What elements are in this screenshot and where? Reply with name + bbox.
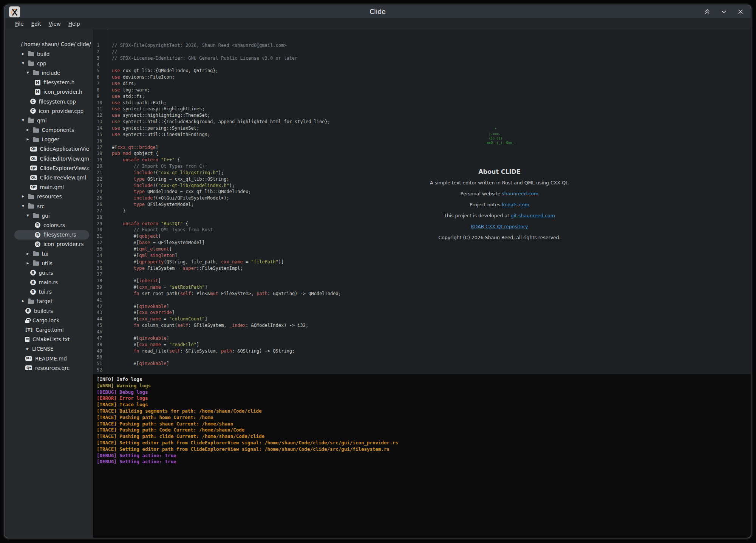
- code-line[interactable]: 39 #[cxx_name = "setRootPath"]: [93, 284, 751, 291]
- code-line[interactable]: 38 #[inherit]: [93, 278, 751, 284]
- code-line-text[interactable]: use log::warn;: [107, 87, 150, 93]
- code-line-text[interactable]: type QModelIndex = cxx_qt_lib::QModelInd…: [107, 189, 251, 195]
- code-line[interactable]: 35 #[qproperty(QString, file_path, cxx_n…: [93, 259, 751, 265]
- code-line-text[interactable]: #[cxx_qt::bridge]: [107, 144, 158, 151]
- tree-item-README.md[interactable]: M↓README.md: [14, 354, 89, 363]
- code-line-text[interactable]: use devicons::FileIcon;: [107, 74, 175, 80]
- expand-arrow-icon[interactable]: ▶: [27, 262, 33, 265]
- collapse-arrow-icon[interactable]: ▼: [22, 205, 28, 208]
- code-line[interactable]: 7use dirs;: [93, 80, 751, 87]
- code-line[interactable]: 42 #[qinvokable]: [93, 303, 751, 310]
- code-line-text[interactable]: [107, 214, 114, 221]
- code-line-text[interactable]: [107, 62, 114, 68]
- code-line[interactable]: 5use cxx_qt_lib::{QModelIndex, QString};: [93, 68, 751, 74]
- code-line-text[interactable]: fn column_count(self: &FileSystem, _inde…: [107, 322, 308, 329]
- code-line-text[interactable]: //: [107, 49, 117, 55]
- tree-item-ClideEditorView.qml[interactable]: QtClideEditorView.qml: [14, 154, 89, 163]
- code-line-text[interactable]: // Export QML Types from Rust: [107, 227, 213, 233]
- code-line[interactable]: 44 #[cxx_name = "columnCount"]: [93, 316, 751, 322]
- tree-item-LICENSE[interactable]: ★LICENSE: [14, 344, 89, 354]
- code-line-text[interactable]: [107, 138, 114, 144]
- expand-arrow-icon[interactable]: ▶: [27, 252, 33, 255]
- code-line-text[interactable]: #[qproperty(QString, file_path, cxx_name…: [107, 259, 284, 265]
- code-line-text[interactable]: use syntect::easy::HighlightLines;: [107, 106, 205, 112]
- code-line[interactable]: 47 #[qinvokable]: [93, 335, 751, 342]
- shade-button[interactable]: [704, 8, 711, 15]
- code-line-text[interactable]: #[qinvokable]: [107, 360, 169, 367]
- tree-item-icon_provider.cpp[interactable]: Cicon_provider.cpp: [14, 106, 89, 116]
- tree-item-filesystem.cpp[interactable]: Cfilesystem.cpp: [14, 97, 89, 106]
- code-line-text[interactable]: use syntect::html::{IncludeBackground, a…: [107, 119, 330, 125]
- tree-item-main.rs[interactable]: Rmain.rs: [14, 278, 89, 287]
- code-line-text[interactable]: use std::fs;: [107, 93, 145, 100]
- minimize-button[interactable]: [720, 8, 727, 15]
- code-line[interactable]: 10use std::path::Path;: [93, 100, 751, 106]
- about-link[interactable]: KDAB CXX-Qt repository: [471, 224, 528, 229]
- code-line-text[interactable]: unsafe extern "RustQt" {: [107, 221, 188, 227]
- tree-item-gui[interactable]: ▼gui: [14, 211, 89, 220]
- code-line-text[interactable]: #[qinvokable]: [107, 335, 169, 342]
- code-line[interactable]: 41: [93, 297, 751, 303]
- code-line-text[interactable]: include!("cxx-qt-lib/qstring.h");: [107, 170, 224, 176]
- tree-item-build.rs[interactable]: Rbuild.rs: [14, 306, 89, 316]
- tree-item-resources.qrc[interactable]: Qtresources.qrc: [14, 363, 89, 373]
- tree-item-cpp[interactable]: ▼cpp: [14, 59, 89, 68]
- code-line-text[interactable]: use dirs;: [107, 80, 136, 87]
- tree-item-ClideApplicationView.qml[interactable]: QtClideApplicationView.qml: [14, 144, 89, 154]
- tree-item-icon_provider.rs[interactable]: Ricon_provider.rs: [14, 240, 89, 249]
- code-line-text[interactable]: include!(<QtGui/QFileSystemModel>);: [107, 195, 229, 201]
- collapse-arrow-icon[interactable]: ▼: [27, 214, 33, 217]
- code-line[interactable]: 49 fn read_file(self: &FileSystem, path:…: [93, 348, 751, 354]
- code-line-text[interactable]: // SPDX-License-Identifier: GNU General …: [107, 55, 297, 62]
- code-line[interactable]: 40 fn set_root_path(self: Pin<&mut FileS…: [93, 291, 751, 297]
- code-line[interactable]: 33 #[qml_element]: [93, 246, 751, 252]
- tree-item-gui.rs[interactable]: Rgui.rs: [14, 268, 89, 277]
- about-link[interactable]: shaunreed.com: [502, 191, 538, 196]
- code-line-text[interactable]: // Import Qt Types from C++: [107, 163, 207, 170]
- code-line-text[interactable]: [107, 297, 114, 303]
- code-line[interactable]: 36 type FileSystem = super::FileSystemIm…: [93, 265, 751, 272]
- about-link[interactable]: knoats.com: [502, 202, 529, 207]
- code-line[interactable]: 6use devicons::FileIcon;: [93, 74, 751, 80]
- code-line-text[interactable]: #[qml_element]: [107, 246, 172, 252]
- tree-item-src[interactable]: ▼src: [14, 201, 89, 211]
- code-line[interactable]: 51 #[qinvokable]: [93, 360, 751, 367]
- titlebar[interactable]: Clide: [5, 5, 751, 18]
- expand-arrow-icon[interactable]: ▶: [22, 195, 28, 198]
- tree-item-Components[interactable]: ▶Components: [14, 125, 89, 135]
- menu-file[interactable]: File: [11, 19, 28, 28]
- menu-help[interactable]: Help: [65, 19, 84, 28]
- code-line-text[interactable]: use syntect::util::LinesWithEndings;: [107, 131, 210, 138]
- code-line[interactable]: 9use std::fs;: [93, 93, 751, 100]
- code-line-text[interactable]: fn read_file(self: &FileSystem, path: &Q…: [107, 348, 295, 354]
- tree-item-target[interactable]: ▶target: [14, 297, 89, 306]
- code-line-text[interactable]: use syntect::parsing::SyntaxSet;: [107, 125, 199, 131]
- code-editor[interactable]: 1// SPDX-FileCopyrightText: 2026, Shaun …: [93, 29, 751, 374]
- tree-item-tui[interactable]: ▶tui: [14, 249, 89, 258]
- code-line[interactable]: 1// SPDX-FileCopyrightText: 2026, Shaun …: [93, 42, 751, 49]
- tree-item-ClideExplorerView.qml[interactable]: QtClideExplorerView.qml: [14, 163, 89, 173]
- code-line-text[interactable]: #[qinvokable]: [107, 303, 169, 310]
- menu-edit[interactable]: Edit: [28, 19, 45, 28]
- tree-item-ClideTreeView.qml[interactable]: QtClideTreeView.qml: [14, 173, 89, 182]
- code-line-text[interactable]: #[cxx_override]: [107, 309, 175, 316]
- code-line-text[interactable]: #[qobject]: [107, 233, 161, 240]
- code-line[interactable]: 37: [93, 271, 751, 278]
- code-line[interactable]: 8use log::warn;: [93, 87, 751, 93]
- tree-item-Logger[interactable]: ▶Logger: [14, 135, 89, 144]
- code-line[interactable]: 2//: [93, 49, 751, 55]
- menu-view[interactable]: View: [45, 19, 65, 28]
- code-line[interactable]: 12use syntect::highlighting::ThemeSet;: [93, 112, 751, 119]
- code-line-text[interactable]: [107, 354, 114, 360]
- tree-item-colors.rs[interactable]: Rcolors.rs: [14, 220, 89, 230]
- tree-item-resources[interactable]: ▶resources: [14, 192, 89, 201]
- code-line-text[interactable]: #[inherit]: [107, 278, 161, 284]
- code-line-text[interactable]: pub mod qobject {: [107, 150, 158, 157]
- tree-item-CMakeLists.txt[interactable]: CMakeLists.txt: [14, 335, 89, 344]
- expand-arrow-icon[interactable]: ▶: [22, 300, 28, 303]
- code-line-text[interactable]: use std::path::Path;: [107, 100, 167, 106]
- about-link[interactable]: git.shaunreed.com: [511, 213, 555, 218]
- tree-item-Cargo.lock[interactable]: Cargo.lock: [14, 316, 89, 325]
- code-line[interactable]: 45 fn column_count(self: &FileSystem, _i…: [93, 322, 751, 329]
- code-line-text[interactable]: #[cxx_name = "setRootPath"]: [107, 284, 207, 291]
